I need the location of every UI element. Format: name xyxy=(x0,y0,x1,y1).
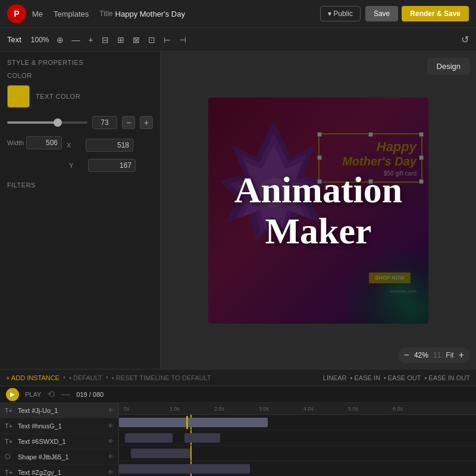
design-button[interactable]: Design xyxy=(427,58,470,75)
toolbar-icon-align-bottom[interactable]: ⊣ xyxy=(177,34,189,46)
track-icon-text: T+ xyxy=(5,407,14,414)
toolbar-icon-align-center[interactable]: ⊞ xyxy=(115,34,127,46)
time-ruler: 0s 1.0s 2.0s 3.0s 4.0s 5.0s 6.0s xyxy=(119,403,476,415)
top-nav: P Me Templates Title Happy Mother's Day … xyxy=(0,0,476,28)
card-happy-text: Happy xyxy=(324,139,416,155)
style-properties-title: Style & Properties xyxy=(7,59,153,66)
linear-button[interactable]: LINEAR xyxy=(323,374,347,381)
zoom-bar: − 42% 11 Fit + xyxy=(398,347,470,363)
opacity-plus-button[interactable]: + xyxy=(140,116,153,129)
app-logo: P xyxy=(7,4,26,23)
y-input[interactable] xyxy=(88,159,136,172)
toolbar-icons: ⊕ — + ⊟ ⊞ ⊠ ⊡ ⊢ ⊣ xyxy=(54,34,189,46)
card-corner-decoration xyxy=(375,264,422,312)
filters-section: Filters xyxy=(7,181,153,189)
play-button[interactable]: ▶ xyxy=(6,388,19,401)
time-mark-2s: 2.0s xyxy=(214,406,224,412)
sel-handle-ml xyxy=(317,155,322,160)
undo-button[interactable]: ↺ xyxy=(461,34,469,45)
y-label: Y xyxy=(69,162,86,169)
toolbar-zoom: 100% xyxy=(31,36,49,44)
play-counter: 019 / 080 xyxy=(76,391,104,398)
toolbar-section-label: Text xyxy=(7,35,21,44)
track-bar xyxy=(131,449,190,458)
toolbar-icon-align-left[interactable]: ⊟ xyxy=(99,34,111,46)
add-instance-button[interactable]: + ADD INSTANCE xyxy=(6,374,60,381)
zoom-fit-button[interactable]: Fit xyxy=(446,351,453,359)
sel-handle-tl xyxy=(317,132,322,137)
toolbar-icon-align-middle[interactable]: ⊢ xyxy=(161,34,173,46)
x-label: X xyxy=(67,142,83,149)
opacity-slider-row: − + xyxy=(7,116,153,129)
timeline-tracks: T+ Text #Jj-Uo_1 👁 T+ Text #hnusG_1 👁 T+… xyxy=(0,403,476,476)
loop-icon[interactable]: ⟲ xyxy=(47,389,55,400)
track-bar-row xyxy=(119,446,476,461)
tl-sep1: • xyxy=(63,374,65,382)
track-icon-shape: ⬡ xyxy=(5,453,14,461)
width-input[interactable] xyxy=(26,136,62,149)
opacity-input[interactable] xyxy=(92,116,117,129)
track-row[interactable]: T+ Text #Jj-Uo_1 👁 xyxy=(0,403,118,418)
zoom-minus-button[interactable]: − xyxy=(404,350,409,361)
track-visibility-icon[interactable]: 👁 xyxy=(108,407,114,414)
width-field: Width xyxy=(7,136,62,149)
zoom-plus-button[interactable]: + xyxy=(459,350,464,361)
render-save-button[interactable]: Render & Save xyxy=(402,6,469,21)
ease-in-button[interactable]: • EASE IN xyxy=(350,374,380,381)
track-visibility-icon[interactable]: 👁 xyxy=(108,469,114,475)
card-mothers-day-text: Mother's Day xyxy=(324,155,416,168)
ease-in-out-button[interactable]: • EASE IN OUT xyxy=(424,374,470,381)
toolbar: Text 100% ⊕ — + ⊟ ⊞ ⊠ ⊡ ⊢ ⊣ ↺ xyxy=(0,28,476,52)
track-row[interactable]: ⬡ Shape #JtbJ65_1 👁 xyxy=(0,449,118,465)
sel-handle-tm xyxy=(368,132,373,137)
nav-me[interactable]: Me xyxy=(32,10,43,18)
track-visibility-icon[interactable]: 👁 xyxy=(108,453,114,460)
track-bar-row xyxy=(119,415,476,430)
track-name: Text #ZgZgy_1 xyxy=(18,469,104,476)
track-visibility-icon[interactable]: 👁 xyxy=(108,438,114,444)
filters-label: Filters xyxy=(7,181,153,189)
x-input[interactable] xyxy=(86,139,133,152)
track-row[interactable]: T+ Text #6SWXD_1 👁 xyxy=(0,434,118,449)
text-color-swatch[interactable] xyxy=(7,85,30,108)
x-field: X xyxy=(67,136,133,154)
nav-templates[interactable]: Templates xyxy=(54,10,89,18)
track-visibility-icon[interactable]: 👁 xyxy=(108,422,114,429)
opacity-slider-track[interactable] xyxy=(7,121,87,124)
card-subtitle-text: $50 gift card xyxy=(324,170,416,177)
toolbar-icon-minus[interactable]: — xyxy=(70,34,83,46)
ease-out-button[interactable]: • EASE OUT xyxy=(384,374,421,381)
track-row[interactable]: T+ Text #hnusG_1 👁 xyxy=(0,418,118,434)
toolbar-icon-target[interactable]: ⊕ xyxy=(54,34,66,46)
public-button[interactable]: ▾ Public xyxy=(320,6,361,21)
track-labels: T+ Text #Jj-Uo_1 👁 T+ Text #hnusG_1 👁 T+… xyxy=(0,403,119,476)
y-row: Y xyxy=(7,159,153,172)
toolbar-icon-align-top[interactable]: ⊡ xyxy=(146,34,158,46)
track-bar xyxy=(119,418,268,427)
nav-title-label: Title xyxy=(99,10,112,18)
time-mark-6s: 6.0s xyxy=(393,406,403,412)
track-icon-text: T+ xyxy=(5,422,14,430)
timeline-controls: ▶ PLAY ⟲ — 019 / 080 xyxy=(0,386,476,403)
opacity-minus-button[interactable]: − xyxy=(122,116,135,129)
tl-default-label: • DEFAULT xyxy=(69,374,102,381)
track-row[interactable]: T+ Text #ZgZgy_1 👁 xyxy=(0,465,118,476)
track-name: Text #hnusG_1 xyxy=(18,422,104,430)
track-bar xyxy=(119,464,250,474)
track-bar-row xyxy=(119,430,476,446)
track-name: Text #Jj-Uo_1 xyxy=(18,407,104,414)
save-button[interactable]: Save xyxy=(365,6,398,21)
playhead-marker xyxy=(186,416,188,429)
toolbar-icon-align-right[interactable]: ⊠ xyxy=(130,34,142,46)
sel-handle-mr xyxy=(419,155,424,160)
zoom-value: 42% xyxy=(414,351,428,359)
toolbar-icon-plus[interactable]: + xyxy=(86,34,96,46)
time-mark-3s: 3.0s xyxy=(259,406,269,412)
sel-handle-bm xyxy=(368,179,373,184)
track-bar xyxy=(184,433,220,443)
track-bar xyxy=(125,433,173,443)
divider-icon: — xyxy=(61,389,70,400)
card-text-box: Happy Mother's Day $50 gift card xyxy=(318,133,422,183)
canvas-area: Design Happy Mother's Day $50 gift card xyxy=(161,52,476,369)
sel-handle-bl xyxy=(317,179,322,184)
